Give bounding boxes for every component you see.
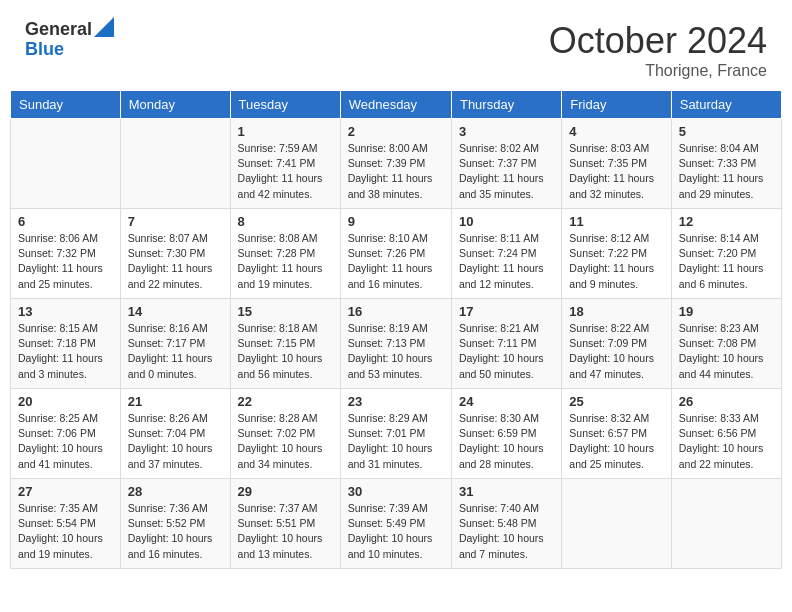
calendar-week-row: 6Sunrise: 8:06 AMSunset: 7:32 PMDaylight… bbox=[11, 209, 782, 299]
calendar-cell: 4Sunrise: 8:03 AMSunset: 7:35 PMDaylight… bbox=[562, 119, 671, 209]
calendar-cell bbox=[671, 479, 781, 569]
calendar-cell: 5Sunrise: 8:04 AMSunset: 7:33 PMDaylight… bbox=[671, 119, 781, 209]
day-number: 12 bbox=[679, 214, 774, 229]
day-number: 18 bbox=[569, 304, 663, 319]
day-header-thursday: Thursday bbox=[451, 91, 561, 119]
day-detail: Sunrise: 8:28 AMSunset: 7:02 PMDaylight:… bbox=[238, 411, 333, 472]
day-number: 22 bbox=[238, 394, 333, 409]
calendar-cell bbox=[11, 119, 121, 209]
day-detail: Sunrise: 8:18 AMSunset: 7:15 PMDaylight:… bbox=[238, 321, 333, 382]
calendar-cell: 29Sunrise: 7:37 AMSunset: 5:51 PMDayligh… bbox=[230, 479, 340, 569]
day-detail: Sunrise: 8:00 AMSunset: 7:39 PMDaylight:… bbox=[348, 141, 444, 202]
calendar-week-row: 1Sunrise: 7:59 AMSunset: 7:41 PMDaylight… bbox=[11, 119, 782, 209]
calendar-cell: 3Sunrise: 8:02 AMSunset: 7:37 PMDaylight… bbox=[451, 119, 561, 209]
day-number: 24 bbox=[459, 394, 554, 409]
day-detail: Sunrise: 8:14 AMSunset: 7:20 PMDaylight:… bbox=[679, 231, 774, 292]
calendar-week-row: 20Sunrise: 8:25 AMSunset: 7:06 PMDayligh… bbox=[11, 389, 782, 479]
calendar-cell: 15Sunrise: 8:18 AMSunset: 7:15 PMDayligh… bbox=[230, 299, 340, 389]
day-number: 5 bbox=[679, 124, 774, 139]
day-number: 30 bbox=[348, 484, 444, 499]
day-number: 1 bbox=[238, 124, 333, 139]
day-number: 8 bbox=[238, 214, 333, 229]
page-header: General Blue October 2024 Thorigne, Fran… bbox=[10, 10, 782, 85]
calendar-cell: 7Sunrise: 8:07 AMSunset: 7:30 PMDaylight… bbox=[120, 209, 230, 299]
day-detail: Sunrise: 8:32 AMSunset: 6:57 PMDaylight:… bbox=[569, 411, 663, 472]
day-header-monday: Monday bbox=[120, 91, 230, 119]
calendar-week-row: 13Sunrise: 8:15 AMSunset: 7:18 PMDayligh… bbox=[11, 299, 782, 389]
day-detail: Sunrise: 7:39 AMSunset: 5:49 PMDaylight:… bbox=[348, 501, 444, 562]
day-number: 13 bbox=[18, 304, 113, 319]
day-number: 27 bbox=[18, 484, 113, 499]
calendar-cell: 2Sunrise: 8:00 AMSunset: 7:39 PMDaylight… bbox=[340, 119, 451, 209]
day-detail: Sunrise: 8:07 AMSunset: 7:30 PMDaylight:… bbox=[128, 231, 223, 292]
day-number: 16 bbox=[348, 304, 444, 319]
day-detail: Sunrise: 8:19 AMSunset: 7:13 PMDaylight:… bbox=[348, 321, 444, 382]
day-number: 15 bbox=[238, 304, 333, 319]
calendar-cell: 11Sunrise: 8:12 AMSunset: 7:22 PMDayligh… bbox=[562, 209, 671, 299]
day-detail: Sunrise: 7:37 AMSunset: 5:51 PMDaylight:… bbox=[238, 501, 333, 562]
day-detail: Sunrise: 8:02 AMSunset: 7:37 PMDaylight:… bbox=[459, 141, 554, 202]
day-detail: Sunrise: 8:22 AMSunset: 7:09 PMDaylight:… bbox=[569, 321, 663, 382]
calendar-cell bbox=[120, 119, 230, 209]
day-number: 3 bbox=[459, 124, 554, 139]
day-number: 31 bbox=[459, 484, 554, 499]
title-block: October 2024 Thorigne, France bbox=[549, 20, 767, 80]
day-number: 6 bbox=[18, 214, 113, 229]
logo-icon bbox=[94, 17, 114, 37]
day-header-wednesday: Wednesday bbox=[340, 91, 451, 119]
location: Thorigne, France bbox=[549, 62, 767, 80]
calendar-cell: 17Sunrise: 8:21 AMSunset: 7:11 PMDayligh… bbox=[451, 299, 561, 389]
day-number: 26 bbox=[679, 394, 774, 409]
day-detail: Sunrise: 8:15 AMSunset: 7:18 PMDaylight:… bbox=[18, 321, 113, 382]
day-number: 28 bbox=[128, 484, 223, 499]
logo-blue-text: Blue bbox=[25, 40, 114, 60]
calendar-cell: 10Sunrise: 8:11 AMSunset: 7:24 PMDayligh… bbox=[451, 209, 561, 299]
calendar-cell: 27Sunrise: 7:35 AMSunset: 5:54 PMDayligh… bbox=[11, 479, 121, 569]
calendar-cell: 12Sunrise: 8:14 AMSunset: 7:20 PMDayligh… bbox=[671, 209, 781, 299]
day-detail: Sunrise: 8:21 AMSunset: 7:11 PMDaylight:… bbox=[459, 321, 554, 382]
day-detail: Sunrise: 8:03 AMSunset: 7:35 PMDaylight:… bbox=[569, 141, 663, 202]
day-header-friday: Friday bbox=[562, 91, 671, 119]
day-header-tuesday: Tuesday bbox=[230, 91, 340, 119]
calendar-cell: 8Sunrise: 8:08 AMSunset: 7:28 PMDaylight… bbox=[230, 209, 340, 299]
day-detail: Sunrise: 7:35 AMSunset: 5:54 PMDaylight:… bbox=[18, 501, 113, 562]
day-detail: Sunrise: 8:06 AMSunset: 7:32 PMDaylight:… bbox=[18, 231, 113, 292]
calendar-cell: 13Sunrise: 8:15 AMSunset: 7:18 PMDayligh… bbox=[11, 299, 121, 389]
day-detail: Sunrise: 8:30 AMSunset: 6:59 PMDaylight:… bbox=[459, 411, 554, 472]
calendar-cell: 24Sunrise: 8:30 AMSunset: 6:59 PMDayligh… bbox=[451, 389, 561, 479]
svg-marker-0 bbox=[94, 17, 114, 37]
day-detail: Sunrise: 8:04 AMSunset: 7:33 PMDaylight:… bbox=[679, 141, 774, 202]
day-detail: Sunrise: 7:59 AMSunset: 7:41 PMDaylight:… bbox=[238, 141, 333, 202]
day-number: 17 bbox=[459, 304, 554, 319]
calendar-header-row: SundayMondayTuesdayWednesdayThursdayFrid… bbox=[11, 91, 782, 119]
day-header-sunday: Sunday bbox=[11, 91, 121, 119]
calendar-cell: 9Sunrise: 8:10 AMSunset: 7:26 PMDaylight… bbox=[340, 209, 451, 299]
calendar-table: SundayMondayTuesdayWednesdayThursdayFrid… bbox=[10, 90, 782, 569]
day-number: 9 bbox=[348, 214, 444, 229]
day-detail: Sunrise: 7:40 AMSunset: 5:48 PMDaylight:… bbox=[459, 501, 554, 562]
day-detail: Sunrise: 8:25 AMSunset: 7:06 PMDaylight:… bbox=[18, 411, 113, 472]
day-number: 10 bbox=[459, 214, 554, 229]
calendar-cell: 1Sunrise: 7:59 AMSunset: 7:41 PMDaylight… bbox=[230, 119, 340, 209]
day-detail: Sunrise: 8:12 AMSunset: 7:22 PMDaylight:… bbox=[569, 231, 663, 292]
calendar-cell: 16Sunrise: 8:19 AMSunset: 7:13 PMDayligh… bbox=[340, 299, 451, 389]
calendar-cell: 20Sunrise: 8:25 AMSunset: 7:06 PMDayligh… bbox=[11, 389, 121, 479]
day-number: 20 bbox=[18, 394, 113, 409]
calendar-cell: 25Sunrise: 8:32 AMSunset: 6:57 PMDayligh… bbox=[562, 389, 671, 479]
calendar-cell: 28Sunrise: 7:36 AMSunset: 5:52 PMDayligh… bbox=[120, 479, 230, 569]
calendar-cell: 22Sunrise: 8:28 AMSunset: 7:02 PMDayligh… bbox=[230, 389, 340, 479]
day-number: 14 bbox=[128, 304, 223, 319]
calendar-cell: 23Sunrise: 8:29 AMSunset: 7:01 PMDayligh… bbox=[340, 389, 451, 479]
day-detail: Sunrise: 8:29 AMSunset: 7:01 PMDaylight:… bbox=[348, 411, 444, 472]
day-number: 23 bbox=[348, 394, 444, 409]
logo-general-text: General bbox=[25, 20, 92, 40]
day-detail: Sunrise: 8:33 AMSunset: 6:56 PMDaylight:… bbox=[679, 411, 774, 472]
month-title: October 2024 bbox=[549, 20, 767, 62]
calendar-week-row: 27Sunrise: 7:35 AMSunset: 5:54 PMDayligh… bbox=[11, 479, 782, 569]
day-detail: Sunrise: 7:36 AMSunset: 5:52 PMDaylight:… bbox=[128, 501, 223, 562]
day-number: 29 bbox=[238, 484, 333, 499]
day-number: 4 bbox=[569, 124, 663, 139]
day-detail: Sunrise: 8:08 AMSunset: 7:28 PMDaylight:… bbox=[238, 231, 333, 292]
day-number: 2 bbox=[348, 124, 444, 139]
calendar-cell: 18Sunrise: 8:22 AMSunset: 7:09 PMDayligh… bbox=[562, 299, 671, 389]
